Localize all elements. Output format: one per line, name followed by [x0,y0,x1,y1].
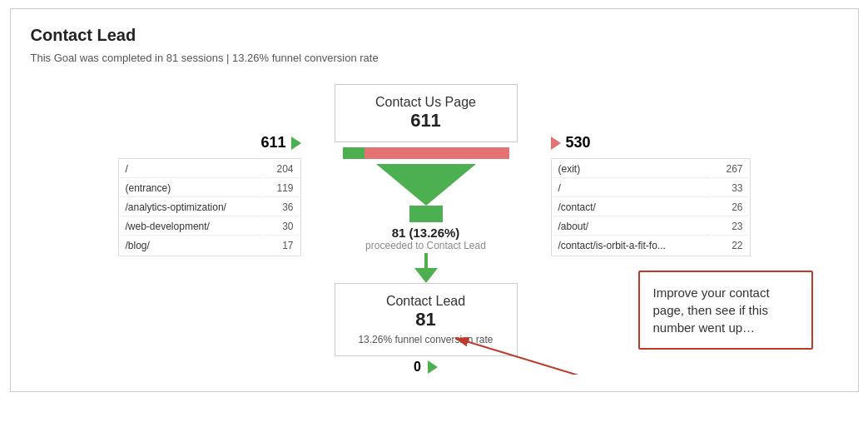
bar-red [365,147,509,159]
bar-green [343,147,365,159]
step1-label: Contact Us Page [352,95,500,110]
left-table-row: /blog/17 [121,237,299,254]
funnel-sub-label: proceeded to Contact Lead [365,240,486,251]
right-table-row: /contact/26 [553,199,748,216]
step1-number: 611 [352,110,500,132]
right-count: 530 [566,134,591,151]
left-panel: 611 /204(entrance)119/analytics-optimiza… [118,134,301,256]
right-panel: 530 (exit)267/33/contact/26/about/23/con… [551,134,751,256]
left-number: 611 [260,134,300,151]
left-table: /204(entrance)119/analytics-optimization… [118,158,301,256]
funnel-shape [376,164,476,222]
left-row-value: 204 [264,161,298,178]
arrow-right-icon [291,137,301,150]
right-row-value: 23 [712,218,748,236]
bottom-row: 0 [414,360,438,375]
left-table-row: /204 [121,161,299,178]
page-title: Contact Lead [31,26,838,45]
main-container: Contact Lead This Goal was completed in … [10,8,859,392]
right-row-label: / [553,180,711,197]
step2-box: Contact Lead 81 13.26% funnel conversion… [335,283,518,356]
arrow-right-red-icon [551,137,561,150]
right-table-row: /contact/is-orbit-a-fit-fo...22 [553,237,748,254]
right-table-row: /33 [553,180,748,197]
left-table-row: (entrance)119 [121,180,299,197]
connector-down [414,253,438,283]
funnel-percent-label: 81 (13.26%) [365,226,486,240]
right-row-value: 267 [712,161,748,178]
right-table-row: (exit)267 [553,161,748,178]
right-row-label: /about/ [553,218,711,236]
connector-arrow [414,268,438,283]
right-row-value: 26 [712,199,748,216]
funnel-rect [409,206,443,222]
subtitle: This Goal was completed in 81 sessions |… [31,52,838,64]
left-row-label: (entrance) [121,180,263,197]
step2-number: 81 [352,309,500,330]
left-table-row: /web-development/30 [121,218,299,236]
left-row-value: 30 [264,218,298,236]
tooltip-box: Improve your contact page, then see if t… [638,271,813,350]
conversion-bar [343,147,509,159]
step1-box: Contact Us Page 611 [335,84,518,142]
right-table: (exit)267/33/contact/26/about/23/contact… [551,158,751,256]
right-table-row: /about/23 [553,218,748,236]
right-number: 530 [551,134,591,151]
left-row-label: /analytics-optimization/ [121,199,263,216]
bottom-arrow-icon [428,360,438,374]
right-row-label: /contact/ [553,199,711,216]
connector-line [424,253,428,268]
left-row-value: 119 [264,180,298,197]
left-row-value: 17 [264,237,298,254]
left-row-label: /blog/ [121,237,263,254]
step2-label: Contact Lead [352,294,500,309]
right-row-value: 33 [712,180,748,197]
step2-sub: 13.26% funnel conversion rate [352,334,500,345]
zero-label: 0 [414,360,421,375]
funnel-trapezoid [376,164,476,206]
right-row-label: (exit) [553,161,711,178]
left-row-value: 36 [264,199,298,216]
funnel-label: 81 (13.26%) proceeded to Contact Lead [365,226,486,251]
center-column: Contact Us Page 611 81 (13.26%) proceede… [310,84,543,375]
bar-row [310,147,543,159]
left-row-label: / [121,161,263,178]
funnel-area: 611 /204(entrance)119/analytics-optimiza… [31,84,838,375]
right-row-label: /contact/is-orbit-a-fit-fo... [553,237,711,254]
right-row-value: 22 [712,237,748,254]
left-count: 611 [260,134,285,151]
left-row-label: /web-development/ [121,218,263,236]
left-table-row: /analytics-optimization/36 [121,199,299,216]
tooltip-text: Improve your contact page, then see if t… [653,286,770,335]
